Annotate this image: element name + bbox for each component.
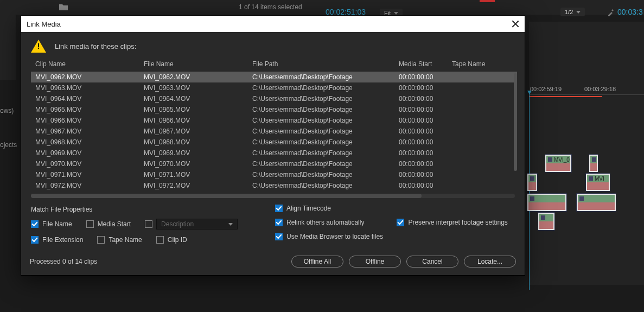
table-header-row[interactable]: Clip Name File Name File Path Media Star… bbox=[31, 57, 517, 72]
clip-label: MVI bbox=[587, 175, 609, 182]
dialog-footer: Processed 0 of 14 clips Offline All Offl… bbox=[21, 252, 525, 275]
clip-body bbox=[590, 163, 597, 171]
cell-path: C:\Users\emmad\Desktop\Footage bbox=[248, 82, 394, 93]
resolution-label: 1/2 bbox=[565, 9, 573, 15]
timeline-ruler[interactable]: 00:02:59:19 00:03:29:18 bbox=[529, 86, 644, 98]
table-row[interactable]: MVI_0968.MOVMVI_0968.MOVC:\Users\emmad\D… bbox=[31, 137, 517, 148]
check-file-name[interactable]: File Name bbox=[31, 220, 72, 228]
cell-start: 00:00:00:00 bbox=[394, 158, 448, 169]
cell-clip: MVI_0964.MOV bbox=[31, 93, 139, 104]
table-row[interactable]: MVI_0965.MOVMVI_0965.MOVC:\Users\emmad\D… bbox=[31, 104, 517, 115]
cell-clip: MVI_0963.MOV bbox=[31, 82, 139, 93]
settings-wrench-icon[interactable] bbox=[607, 8, 615, 18]
col-tape-name[interactable]: Tape Name bbox=[448, 57, 517, 72]
chevron-down-icon bbox=[394, 12, 398, 15]
description-dropdown[interactable]: Description bbox=[156, 219, 238, 230]
cancel-button[interactable]: Cancel bbox=[406, 256, 458, 268]
cell-path: C:\Users\emmad\Desktop\Footage bbox=[248, 158, 394, 169]
check-media-start[interactable]: Media Start bbox=[86, 220, 131, 228]
cell-path: C:\Users\emmad\Desktop\Footage bbox=[248, 93, 394, 104]
dialog-titlebar[interactable]: Link Media bbox=[21, 16, 525, 32]
table-row[interactable]: MVI_0966.MOVMVI_0966.MOVC:\Users\emmad\D… bbox=[31, 115, 517, 126]
checkbox-icon bbox=[31, 236, 39, 244]
close-icon[interactable] bbox=[512, 20, 519, 28]
col-clip-name[interactable]: Clip Name bbox=[31, 57, 139, 72]
cell-path: C:\Users\emmad\Desktop\Footage bbox=[248, 180, 394, 191]
ruler-tick-label: 00:02:59:19 bbox=[530, 86, 562, 92]
cell-tape bbox=[448, 180, 517, 191]
col-file-name[interactable]: File Name bbox=[139, 57, 248, 72]
table-row[interactable]: MVI_0970.MOVMVI_0970.MOVC:\Users\emmad\D… bbox=[31, 158, 517, 169]
table-row[interactable]: MVI_0969.MOVMVI_0969.MOVC:\Users\emmad\D… bbox=[31, 148, 517, 158]
timeline-playhead[interactable] bbox=[529, 94, 530, 290]
timeline-clip[interactable]: M bbox=[527, 174, 537, 191]
ruler-baseline bbox=[529, 94, 644, 95]
timeline-clip[interactable] bbox=[577, 194, 616, 211]
check-relink-others[interactable]: Relink others automatically bbox=[275, 219, 364, 226]
offline-all-button[interactable]: Offline All bbox=[291, 256, 343, 268]
cell-file: MVI_0965.MOV bbox=[139, 104, 248, 115]
check-clip-id[interactable]: Clip ID bbox=[156, 236, 187, 244]
resolution-dropdown[interactable]: 1/2 bbox=[560, 8, 585, 16]
cell-start: 00:00:00:00 bbox=[394, 115, 448, 126]
check-tape-name[interactable]: Tape Name bbox=[97, 236, 142, 244]
table-row[interactable]: MVI_0964.MOVMVI_0964.MOVC:\Users\emmad\D… bbox=[31, 93, 517, 104]
check-description[interactable]: Description bbox=[145, 219, 238, 230]
cell-clip: MVI_0962.MOV bbox=[31, 72, 139, 83]
timeline-clip[interactable] bbox=[589, 155, 598, 172]
cell-tape bbox=[448, 104, 517, 115]
clip-body bbox=[578, 202, 615, 210]
cell-start: 00:00:00:00 bbox=[394, 82, 448, 93]
cell-start: 00:00:00:00 bbox=[394, 169, 448, 180]
cell-path: C:\Users\emmad\Desktop\Footage bbox=[248, 126, 394, 137]
cell-tape bbox=[448, 126, 517, 137]
ruler-render-bar bbox=[529, 96, 602, 97]
cell-tape bbox=[448, 82, 517, 93]
check-label: Align Timecode bbox=[286, 205, 331, 212]
timeline-panel[interactable]: 00:02:59:19 00:03:29:18 bbox=[529, 22, 644, 285]
cell-start: 00:00:00:00 bbox=[394, 93, 448, 104]
table-row[interactable]: MVI_0963.MOVMVI_0963.MOVC:\Users\emmad\D… bbox=[31, 82, 517, 93]
link-media-dialog: Link Media Link media for these clips: C… bbox=[21, 15, 525, 276]
timeline-clip[interactable] bbox=[538, 213, 554, 230]
offline-button[interactable]: Offline bbox=[349, 256, 401, 268]
timeline-clip[interactable] bbox=[527, 194, 566, 211]
clip-body bbox=[539, 221, 553, 229]
check-use-media-browser[interactable]: Use Media Browser to locate files bbox=[275, 233, 508, 240]
table-row[interactable]: MVI_0972.MOVMVI_0972.MOVC:\Users\emmad\D… bbox=[31, 180, 517, 191]
timeline-clip[interactable]: MVI bbox=[586, 174, 610, 191]
dialog-instruction-row: Link media for these clips: bbox=[21, 32, 525, 57]
table-row[interactable]: MVI_0971.MOVMVI_0971.MOVC:\Users\emmad\D… bbox=[31, 169, 517, 180]
cell-path: C:\Users\emmad\Desktop\Footage bbox=[248, 137, 394, 148]
check-label: Preserve interpret footage settings bbox=[408, 219, 507, 226]
warning-icon bbox=[31, 40, 46, 53]
clip-body bbox=[587, 182, 609, 190]
cell-clip: MVI_0968.MOV bbox=[31, 137, 139, 148]
table-row[interactable]: MVI_0967.MOVMVI_0967.MOVC:\Users\emmad\D… bbox=[31, 126, 517, 137]
cell-tape bbox=[448, 148, 517, 158]
cell-clip: MVI_0965.MOV bbox=[31, 104, 139, 115]
cell-path: C:\Users\emmad\Desktop\Footage bbox=[248, 72, 394, 83]
col-media-start[interactable]: Media Start bbox=[394, 57, 448, 72]
cell-start: 00:00:00:00 bbox=[394, 180, 448, 191]
project-panel-header: 1 of 14 items selected bbox=[0, 0, 644, 15]
clip-table[interactable]: Clip Name File Name File Path Media Star… bbox=[31, 57, 517, 191]
locate-button[interactable]: Locate... bbox=[464, 256, 516, 268]
clip-body bbox=[546, 163, 570, 171]
scrollbar-thumb[interactable] bbox=[514, 73, 517, 171]
cell-clip: MVI_0969.MOV bbox=[31, 148, 139, 158]
check-align-timecode[interactable]: Align Timecode bbox=[275, 205, 508, 212]
check-file-extension[interactable]: File Extension bbox=[31, 236, 83, 244]
check-preserve-interpret[interactable]: Preserve interpret footage settings bbox=[397, 219, 507, 226]
processed-status: Processed 0 of 14 clips bbox=[30, 258, 97, 265]
sequence-duration: 00:03:3 bbox=[617, 8, 643, 16]
clip-label bbox=[528, 195, 565, 202]
table-scrollbar-vertical[interactable] bbox=[514, 73, 517, 186]
col-file-path[interactable]: File Path bbox=[248, 57, 394, 72]
clip-body bbox=[528, 182, 536, 190]
cell-tape bbox=[448, 93, 517, 104]
table-scrollbar-horizontal[interactable] bbox=[31, 194, 515, 198]
timeline-clip[interactable]: MVI_0 bbox=[545, 155, 571, 172]
check-label: Use Media Browser to locate files bbox=[286, 233, 383, 240]
table-row[interactable]: MVI_0962.MOVMVI_0962.MOVC:\Users\emmad\D… bbox=[31, 72, 517, 83]
